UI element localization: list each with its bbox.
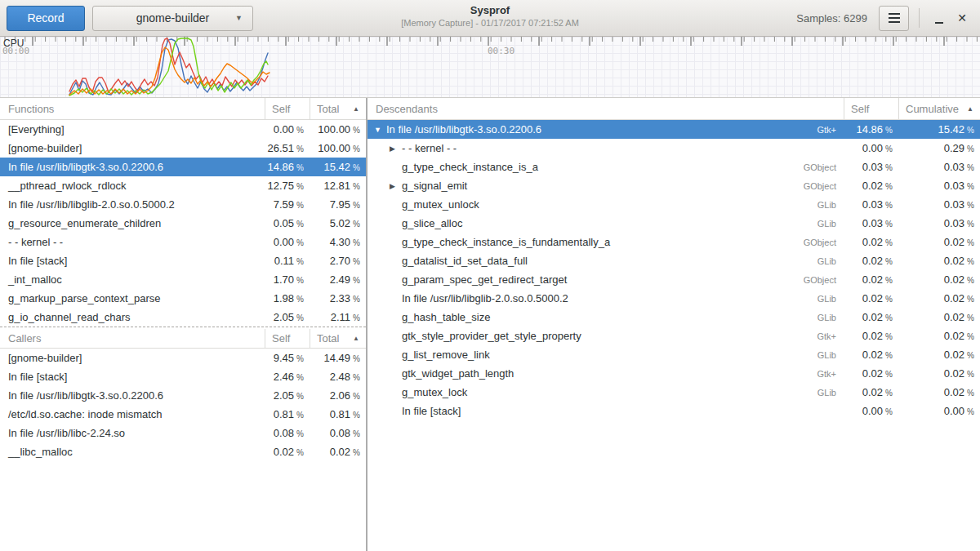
library-tag: GLib — [817, 256, 844, 266]
table-row[interactable]: - - kernel - -0.00%4.30% — [0, 233, 366, 251]
minimize-button[interactable] — [928, 7, 951, 29]
percent-value: 0.02% — [898, 311, 980, 323]
function-name: g_type_check_instance_is_a — [402, 161, 538, 173]
function-name: In file /usr/lib/libc-2.24.so — [0, 427, 265, 439]
table-row[interactable]: [gnome-builder]26.51%100.00% — [0, 139, 366, 158]
tree-row[interactable]: g_slice_allocGLib0.03%0.03% — [368, 214, 980, 233]
percent-value: 0.00% — [898, 405, 980, 417]
tree-row[interactable]: g_datalist_id_set_data_fullGLib0.02%0.02… — [368, 251, 980, 270]
function-name: In file [stack] — [0, 255, 265, 267]
function-name: g_slice_alloc — [402, 217, 462, 229]
percent-value: 0.00% — [265, 123, 310, 136]
descendant-name-cell: g_type_check_instance_is_aGObject — [368, 161, 844, 173]
tree-row[interactable]: g_type_check_instance_is_fundamentally_a… — [368, 233, 980, 251]
expander-closed-icon[interactable]: ▶ — [390, 144, 402, 153]
table-row[interactable]: In file /usr/lib/libgtk-3.so.0.2200.62.0… — [0, 386, 366, 405]
header-separator — [919, 8, 920, 28]
table-row[interactable]: __libc_malloc0.02%0.02% — [0, 442, 366, 461]
descendant-name-cell: g_mutex_unlockGLib — [368, 198, 844, 211]
expander-closed-icon[interactable]: ▶ — [390, 182, 402, 190]
percent-value: 0.02% — [844, 273, 898, 286]
tree-row[interactable]: g_param_spec_get_redirect_targetGObject0… — [368, 270, 980, 289]
percent-value: 0.02% — [844, 311, 898, 323]
tree-row[interactable]: g_mutex_lockGLib0.02%0.02% — [368, 383, 980, 402]
tree-row[interactable]: ▶- - kernel - -0.00%0.29% — [368, 139, 980, 158]
descendant-name-cell: g_param_spec_get_redirect_targetGObject — [368, 273, 844, 286]
function-name: __libc_malloc — [0, 446, 265, 458]
table-row[interactable]: g_markup_parse_context_parse1.98%2.33% — [0, 289, 366, 308]
tree-row[interactable]: In file /usr/lib/libglib-2.0.so.0.5000.2… — [368, 289, 980, 308]
percent-value: 0.02% — [844, 292, 898, 304]
table-row[interactable]: In file /usr/lib/libglib-2.0.so.0.5000.2… — [0, 195, 366, 214]
record-button[interactable]: Record — [7, 6, 85, 31]
column-header-callers[interactable]: Callers — [0, 332, 265, 344]
column-header-self[interactable]: Self — [265, 329, 310, 348]
function-name: In file /usr/lib/libgtk-3.so.0.2200.6 — [0, 389, 265, 402]
column-header-descendants[interactable]: Descendants — [368, 103, 844, 115]
percent-value: 0.02% — [844, 236, 898, 248]
column-header-functions[interactable]: Functions — [0, 103, 265, 115]
column-header-self[interactable]: Self — [844, 98, 898, 119]
function-name: [gnome-builder] — [0, 352, 265, 364]
percent-value: 0.02% — [844, 349, 898, 361]
table-row[interactable]: _int_malloc1.70%2.49% — [0, 270, 366, 289]
percent-value: 12.81% — [310, 180, 366, 192]
cpu-orange-line — [69, 47, 270, 95]
percent-value: 15.42% — [898, 123, 980, 136]
table-row[interactable]: In file [stack]2.46%2.48% — [0, 367, 366, 386]
percent-value: 0.29% — [898, 142, 980, 154]
table-row[interactable]: /etc/ld.so.cache: inode mismatch0.81%0.8… — [0, 405, 366, 424]
menu-button[interactable] — [879, 6, 909, 31]
tree-row[interactable]: ▼In file /usr/lib/libgtk-3.so.0.2200.6Gt… — [368, 120, 980, 139]
table-row[interactable]: g_io_channel_read_chars2.05%2.11% — [0, 308, 366, 327]
close-button[interactable]: ✕ — [951, 7, 973, 29]
function-name: [Everything] — [0, 123, 265, 136]
table-row[interactable]: In file /usr/lib/libgtk-3.so.0.2200.614.… — [0, 158, 366, 176]
descendants-header: Descendants Self Cumulative ▲ — [368, 98, 980, 120]
table-row[interactable]: __pthread_rwlock_rdlock12.75%12.81% — [0, 176, 366, 195]
percent-value: 0.08% — [310, 427, 366, 439]
percent-value: 0.02% — [844, 180, 898, 192]
tree-row[interactable]: g_type_check_instance_is_aGObject0.03%0.… — [368, 158, 980, 176]
percent-value: 100.00% — [310, 123, 366, 136]
hamburger-icon — [889, 13, 900, 15]
percent-value: 26.51% — [265, 142, 310, 154]
column-header-self[interactable]: Self — [265, 98, 310, 119]
column-header-total[interactable]: Total ▲ — [310, 329, 366, 348]
tree-row[interactable]: gtk_widget_path_lengthGtk+0.02%0.02% — [368, 364, 980, 383]
tree-row[interactable]: In file [stack]0.00%0.00% — [368, 402, 980, 420]
percent-value: 7.59% — [265, 198, 310, 211]
table-row[interactable]: [gnome-builder]9.45%14.49% — [0, 349, 366, 367]
process-selector[interactable]: gnome-builder ▼ — [92, 6, 253, 31]
function-name: g_mutex_unlock — [402, 198, 479, 211]
functions-table: [Everything]0.00%100.00%[gnome-builder]2… — [0, 120, 366, 327]
tree-row[interactable]: g_list_remove_linkGLib0.02%0.02% — [368, 345, 980, 364]
app-title: Sysprof — [401, 4, 579, 16]
column-header-total[interactable]: Total ▲ — [310, 98, 366, 119]
table-row[interactable]: In file /usr/lib/libc-2.24.so0.08%0.08% — [0, 424, 366, 442]
percent-value: 0.03% — [898, 180, 980, 192]
descendant-name-cell: In file [stack] — [368, 405, 844, 417]
cpu-graph[interactable]: CPU 00:00 00:30 — [0, 37, 980, 98]
descendants-table: ▼In file /usr/lib/libgtk-3.so.0.2200.6Gt… — [368, 120, 980, 420]
sort-ascending-icon: ▲ — [967, 105, 973, 113]
descendant-name-cell: ▶- - kernel - - — [368, 142, 844, 154]
library-tag: GObject — [804, 275, 844, 285]
percent-value: 0.81% — [265, 408, 310, 420]
tree-row[interactable]: gtk_style_provider_get_style_propertyGtk… — [368, 327, 980, 345]
percent-value: 0.03% — [898, 217, 980, 229]
expander-open-icon[interactable]: ▼ — [374, 126, 386, 134]
column-header-cumulative[interactable]: Cumulative ▲ — [898, 98, 980, 119]
tree-row[interactable]: ▶g_signal_emitGObject0.02%0.03% — [368, 176, 980, 195]
samples-count: Samples: 6299 — [796, 12, 867, 24]
tree-row[interactable]: g_hash_table_sizeGLib0.02%0.02% — [368, 308, 980, 327]
percent-value: 0.00% — [844, 142, 898, 154]
table-row[interactable]: [Everything]0.00%100.00% — [0, 120, 366, 139]
percent-value: 1.70% — [265, 273, 310, 286]
percent-value: 0.02% — [844, 255, 898, 267]
tree-row[interactable]: g_mutex_unlockGLib0.03%0.03% — [368, 195, 980, 214]
table-row[interactable]: In file [stack]0.11%2.70% — [0, 251, 366, 270]
percent-value: 9.45% — [265, 352, 310, 364]
library-tag: Gtk+ — [817, 369, 844, 379]
table-row[interactable]: g_resource_enumerate_children0.05%5.02% — [0, 214, 366, 233]
